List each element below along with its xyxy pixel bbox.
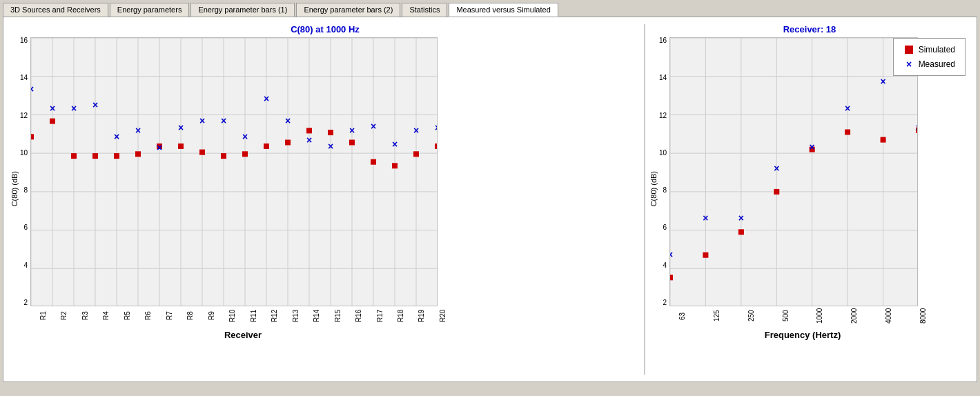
svg-rect-38 <box>242 151 248 157</box>
x-tick: R19 <box>418 306 425 326</box>
right-x-ticks: 63 125 250 500 1000 2000 4000 8000 <box>678 306 927 326</box>
tab-measured-vs-simulated[interactable]: Measured versus Simulated <box>449 3 558 17</box>
x-tick: R15 <box>334 306 342 326</box>
legend-simulated-label: Simulated <box>919 45 955 55</box>
svg-text:×: × <box>199 115 205 126</box>
x-tick: R13 <box>292 306 300 326</box>
svg-text:×: × <box>178 122 184 133</box>
svg-rect-32 <box>114 153 119 159</box>
svg-rect-45 <box>392 163 398 168</box>
x-tick: R2 <box>60 306 68 326</box>
left-y-axis-label: C(80) (dB) <box>10 171 19 206</box>
x-tick: R3 <box>81 306 89 326</box>
legend-measured-label: Measured <box>919 59 955 69</box>
svg-text:×: × <box>738 212 744 224</box>
svg-text:×: × <box>71 103 77 114</box>
x-tick: R4 <box>102 306 110 326</box>
svg-text:×: × <box>30 83 34 95</box>
left-chart-title: C(80) at 1000 Hz <box>291 24 360 34</box>
legend-measured: × Measured <box>903 59 955 70</box>
y-tick: 16 <box>20 37 28 44</box>
svg-text:×: × <box>810 141 815 152</box>
svg-text:×: × <box>392 139 398 150</box>
x-tick: 250 <box>747 306 755 326</box>
x-tick: 2000 <box>850 306 858 326</box>
svg-text:×: × <box>221 115 226 126</box>
svg-text:×: × <box>703 212 708 224</box>
right-y-axis-label: C(80) (dB) <box>649 171 658 206</box>
svg-rect-41 <box>306 128 312 133</box>
right-x-axis-label: Frequency (Hertz) <box>678 330 927 340</box>
x-tick: 500 <box>782 306 790 326</box>
left-plot: × × × × × × × × × × × × × × × <box>30 37 438 306</box>
x-tick: R8 <box>186 306 194 326</box>
svg-text:×: × <box>774 163 779 174</box>
svg-rect-28 <box>30 134 34 139</box>
svg-rect-85 <box>703 253 709 258</box>
svg-rect-86 <box>738 229 744 235</box>
y-tick: 2 <box>24 299 28 306</box>
tab-3d-sources[interactable]: 3D Sources and Receivers <box>3 3 108 17</box>
svg-rect-87 <box>774 189 779 195</box>
svg-rect-39 <box>264 143 269 149</box>
svg-rect-100 <box>905 46 913 54</box>
x-tick: R6 <box>144 306 152 326</box>
y-tick: 8 <box>663 187 667 194</box>
left-x-axis-label: Receiver <box>39 330 447 340</box>
svg-rect-31 <box>92 153 98 159</box>
svg-text:×: × <box>413 125 419 136</box>
x-tick: R9 <box>208 306 215 326</box>
svg-rect-35 <box>178 143 184 149</box>
y-tick: 12 <box>659 112 667 119</box>
tab-energy-params[interactable]: Energy parameters <box>110 3 190 17</box>
svg-text:×: × <box>669 249 673 260</box>
y-tick: 4 <box>24 262 28 269</box>
svg-text:×: × <box>114 131 119 142</box>
x-tick: 125 <box>713 306 721 326</box>
y-tick: 16 <box>659 37 667 44</box>
main-content: C(80) at 1000 Hz C(80) (dB) 16 14 12 10 … <box>3 17 977 382</box>
left-x-ticks: R1 R2 R3 R4 R5 R6 R7 R8 R9 R10 R11 R12 R… <box>39 306 447 326</box>
svg-text:×: × <box>916 122 918 133</box>
svg-rect-30 <box>71 153 77 159</box>
tab-energy-bars-1[interactable]: Energy parameter bars (1) <box>190 3 295 17</box>
svg-text:×: × <box>435 122 438 133</box>
y-tick: 2 <box>663 299 667 306</box>
y-tick: 12 <box>20 112 28 119</box>
x-tick: 1000 <box>816 306 823 326</box>
svg-text:×: × <box>92 99 98 110</box>
legend: Simulated × Measured <box>893 38 966 76</box>
svg-text:×: × <box>328 141 333 152</box>
tab-energy-bars-2[interactable]: Energy parameter bars (2) <box>296 3 400 17</box>
x-tick: R5 <box>124 306 131 326</box>
tab-statistics[interactable]: Statistics <box>402 3 447 17</box>
svg-text:×: × <box>349 125 355 136</box>
svg-rect-37 <box>221 153 226 159</box>
y-tick: 8 <box>24 187 28 194</box>
svg-text:×: × <box>906 59 912 70</box>
right-plot: × × × × × × × × <box>669 37 918 306</box>
x-tick: 8000 <box>919 306 927 326</box>
y-tick: 10 <box>659 150 667 157</box>
svg-text:×: × <box>135 125 141 136</box>
svg-rect-89 <box>845 130 850 135</box>
right-y-ticks: 16 14 12 10 8 6 4 2 <box>659 37 669 306</box>
y-tick: 4 <box>663 262 667 269</box>
y-tick: 6 <box>24 224 28 231</box>
svg-text:×: × <box>264 93 269 104</box>
x-tick: R20 <box>439 306 447 326</box>
svg-text:×: × <box>157 142 162 153</box>
x-tick: 4000 <box>885 306 892 326</box>
y-tick: 6 <box>663 224 667 231</box>
svg-rect-40 <box>285 140 291 146</box>
x-tick: R1 <box>39 306 47 326</box>
svg-text:×: × <box>50 103 55 114</box>
svg-rect-90 <box>881 137 886 143</box>
svg-rect-43 <box>349 140 355 146</box>
tab-bar: 3D Sources and Receivers Energy paramete… <box>0 0 980 17</box>
svg-text:×: × <box>242 131 248 142</box>
svg-rect-46 <box>413 151 419 157</box>
legend-simulated: Simulated <box>903 44 955 55</box>
x-tick: R10 <box>228 306 236 326</box>
svg-rect-84 <box>669 275 673 280</box>
